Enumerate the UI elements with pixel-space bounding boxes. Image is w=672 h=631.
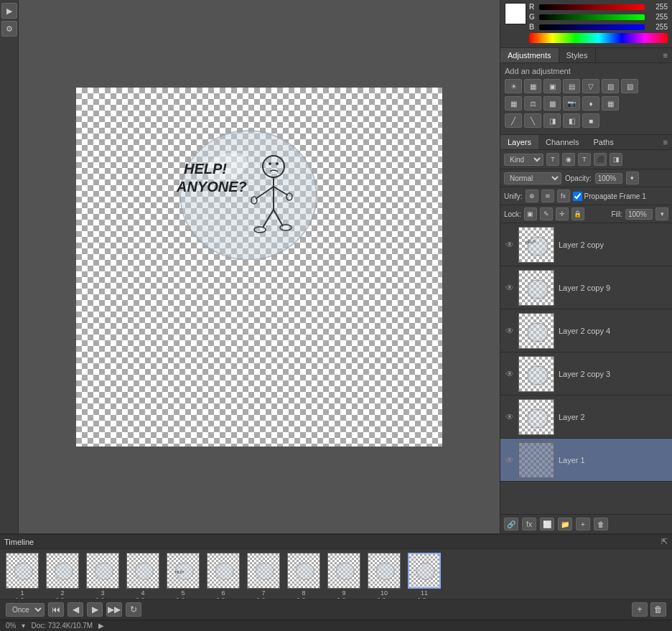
spectrum-bar[interactable] <box>529 33 668 43</box>
hue-icon-btn[interactable]: ▧ <box>621 79 638 93</box>
vibrance-icon-btn[interactable]: ▤ <box>563 79 580 93</box>
threshold-icon-btn[interactable]: ╲ <box>524 113 541 128</box>
layers-menu-icon[interactable]: ≡ <box>659 135 672 149</box>
filter-type-btn[interactable]: T <box>546 153 559 166</box>
opacity-value[interactable]: 100% <box>595 173 622 184</box>
delete-frame-btn[interactable]: 🗑 <box>650 602 666 617</box>
frame-8[interactable]: 8 0.2 ▾ <box>285 553 322 599</box>
frame-10[interactable]: 10 0.2 ▾ <box>365 553 403 599</box>
selective-icon-btn[interactable]: ◨ <box>543 113 561 128</box>
eye-icon-0[interactable]: 👁 <box>503 238 516 251</box>
loop-select[interactable]: Once <box>6 603 45 617</box>
levels-icon-btn[interactable]: ▨ <box>602 79 619 93</box>
zoom-level: 0% <box>6 622 16 630</box>
new-layer-btn[interactable]: + <box>576 518 590 530</box>
blend-mode-select[interactable]: Normal <box>504 172 561 184</box>
bw-icon-btn[interactable]: ▩ <box>543 96 561 111</box>
layer-item[interactable]: 👁 Layer 2 copy 3 <box>500 352 672 396</box>
fill-arrow-btn[interactable]: ▾ <box>655 207 668 220</box>
layer-item[interactable]: 👁 HELP! Layer 2 copy <box>500 223 672 266</box>
add-frame-btn[interactable]: + <box>632 602 648 617</box>
eye-icon-2[interactable]: 👁 <box>503 324 516 337</box>
pattern-icon-btn[interactable]: ▦ <box>505 96 522 111</box>
r-slider[interactable] <box>539 4 645 10</box>
filter-smart-btn[interactable]: ◨ <box>610 153 622 166</box>
filter-fx-btn[interactable]: ◉ <box>562 153 575 166</box>
curves-icon-btn[interactable]: ▦ <box>524 79 541 93</box>
grid-icon-btn[interactable]: ▦ <box>602 96 619 111</box>
eye-icon-5[interactable]: 👁 <box>503 454 516 467</box>
delete-layer-btn[interactable]: 🗑 <box>594 518 608 530</box>
mix-icon-btn[interactable]: ♦ <box>582 96 599 111</box>
add-fx-btn[interactable]: fx <box>522 518 536 530</box>
add-mask-btn[interactable]: ⬜ <box>540 518 554 530</box>
new-group-btn[interactable]: 📁 <box>558 518 572 530</box>
layer-item[interactable]: 👁 Layer 2 copy 9 <box>500 266 672 309</box>
propagate-checkbox[interactable] <box>573 192 582 201</box>
filter-shape-btn[interactable]: ⬛ <box>594 153 607 166</box>
eye-icon-3[interactable]: 👁 <box>503 368 516 380</box>
solid-icon-btn[interactable]: ■ <box>582 113 599 128</box>
posterize-icon-btn[interactable]: ╱ <box>505 113 522 128</box>
opacity-arrow-btn[interactable]: ▾ <box>626 172 639 184</box>
frame-3[interactable]: 3 0.2 ▾ <box>84 553 121 599</box>
layer-thumb-1 <box>518 270 554 306</box>
balance-icon-btn[interactable]: ⚖ <box>524 96 541 111</box>
bottom-controls: Once ⏮ ◀ ▶ ▶▶ ↻ + 🗑 <box>0 599 672 620</box>
frame-11[interactable]: 11 0.2 ▾ <box>406 553 443 599</box>
layer-name-5: Layer 1 <box>559 456 669 464</box>
layer-item[interactable]: 👁 Layer 2 copy 4 <box>500 309 672 352</box>
color-swatch[interactable] <box>505 3 526 24</box>
unify-style-btn[interactable]: fx <box>557 190 570 202</box>
frame-9[interactable]: 9 0.2 ▾ <box>325 553 363 599</box>
fill-value[interactable]: 100% <box>625 209 653 220</box>
layer-thumb-4 <box>518 399 554 435</box>
b-slider[interactable] <box>539 24 645 30</box>
tab-adjustments[interactable]: Adjustments <box>500 48 559 62</box>
g-slider[interactable] <box>539 14 645 20</box>
status-expand-btn[interactable]: ▶ <box>98 622 104 630</box>
adjustments-section: Add an adjustment ☀ ▦ ▣ ▤ ▽ ▨ ▧ ▦ ⚖ ▩ 📷 … <box>500 63 672 135</box>
link-layers-btn[interactable]: 🔗 <box>504 518 518 530</box>
propagate-check[interactable]: Propagate Frame 1 <box>573 192 646 201</box>
frame-number-6: 6 <box>221 589 225 597</box>
unify-pos-btn[interactable]: ⊕ <box>526 190 538 202</box>
frame-4[interactable]: 4 0.2 ▾ <box>124 553 162 599</box>
filter-adj-btn[interactable]: T <box>578 153 591 166</box>
tab-layers[interactable]: Layers <box>500 135 538 149</box>
brightness-icon-btn[interactable]: ☀ <box>505 79 522 93</box>
frame-1[interactable]: 1 0.2 ▾ <box>4 553 41 599</box>
frame-5[interactable]: HLP! 5 0.2 ▾ <box>164 553 202 599</box>
play-btn[interactable]: ▶ <box>87 602 103 617</box>
next-frame-btn[interactable]: ▶▶ <box>106 602 122 617</box>
frame-number-10: 10 <box>381 589 388 597</box>
frame-2[interactable]: 2 0.2 ▾ <box>44 553 81 599</box>
exposure-icon-btn[interactable]: ▣ <box>543 79 561 93</box>
move-tool-btn[interactable]: ▶ <box>1 3 17 19</box>
lock-pixels-btn[interactable]: ▣ <box>524 207 537 220</box>
timeline-expand-btn[interactable]: ⇱ <box>661 537 668 546</box>
lock-paint-btn[interactable]: ✎ <box>540 207 553 220</box>
eye-icon-4[interactable]: 👁 <box>503 411 516 424</box>
frame-6[interactable]: 6 0.2 ▾ <box>205 553 242 599</box>
loop-btn[interactable]: ↻ <box>126 602 141 617</box>
photo-icon-btn[interactable]: 📷 <box>563 96 580 111</box>
lock-pos-btn[interactable]: ✛ <box>556 207 569 220</box>
eye-icon-1[interactable]: 👁 <box>503 281 516 294</box>
tab-styles[interactable]: Styles <box>559 48 596 62</box>
tab-channels[interactable]: Channels <box>538 135 586 149</box>
frame-7[interactable]: 7 0.2 ▾ <box>245 553 282 599</box>
kind-select[interactable]: Kind <box>504 154 543 166</box>
status-zoom-indicator[interactable]: ▾ <box>22 622 25 630</box>
invert-icon-btn[interactable]: ◧ <box>563 113 580 128</box>
zoom-tool-btn[interactable]: ⚙ <box>1 21 17 37</box>
layer-item-selected[interactable]: 👁 Layer 1 <box>500 439 672 482</box>
unify-char-btn[interactable]: ≋ <box>541 190 554 202</box>
lock-all-btn[interactable]: 🔒 <box>571 207 584 220</box>
prev-frame-btn[interactable]: ◀ <box>67 602 83 617</box>
layer-item[interactable]: 👁 Layer 2 <box>500 396 672 439</box>
panel-menu-icon[interactable]: ≡ <box>659 48 672 62</box>
gradient-icon-btn[interactable]: ▽ <box>582 79 599 93</box>
tab-paths[interactable]: Paths <box>587 135 621 149</box>
rewind-btn[interactable]: ⏮ <box>48 602 64 617</box>
